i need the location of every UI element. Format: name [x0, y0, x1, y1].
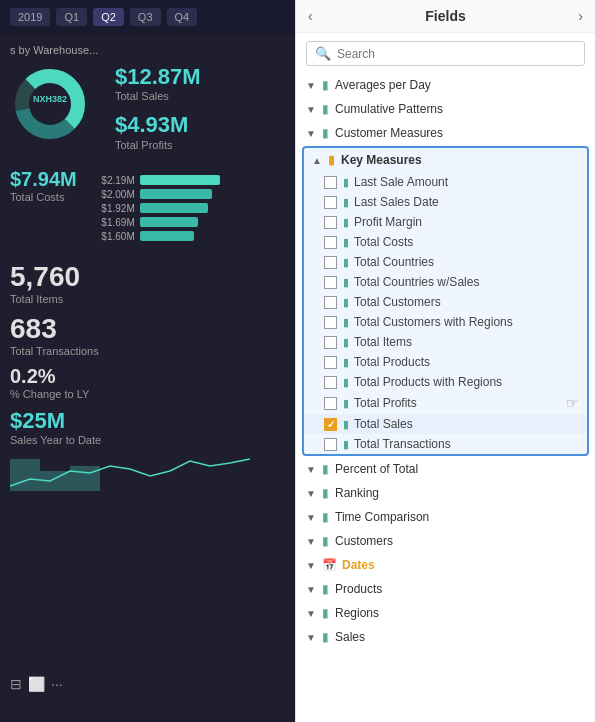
checkbox-total-sales[interactable]: ✓: [324, 418, 337, 431]
pct-change-kpi: 0.2% % Change to LY: [10, 365, 285, 400]
checkbox-total-customers-regions[interactable]: [324, 316, 337, 329]
checkbox-total-countries[interactable]: [324, 256, 337, 269]
checkbox-total-products-regions[interactable]: [324, 376, 337, 389]
field-label-total-items: Total Items: [354, 335, 412, 349]
group-customers-label: Customers: [335, 534, 393, 548]
total-profits-value: $4.93M: [115, 112, 285, 138]
search-input[interactable]: [337, 47, 576, 61]
field-total-profits[interactable]: ▮ Total Profits ☞: [304, 392, 587, 414]
bar-fill-0: [140, 175, 220, 185]
field-label-total-products: Total Products: [354, 355, 430, 369]
group-customer-label: Customer Measures: [335, 126, 443, 140]
checkbox-total-products[interactable]: [324, 356, 337, 369]
key-measures-group: ▲ ▮ Key Measures ▮ Last Sale Amount ▮ La…: [302, 146, 589, 456]
checkbox-total-customers[interactable]: [324, 296, 337, 309]
q2-button[interactable]: Q2: [93, 8, 124, 26]
checkbox-profit-margin[interactable]: [324, 216, 337, 229]
group-regions-header[interactable]: ▼ ▮ Regions: [296, 602, 595, 624]
field-total-customers[interactable]: ▮ Total Customers: [304, 292, 587, 312]
field-last-sale-amount[interactable]: ▮ Last Sale Amount: [304, 172, 587, 192]
group-customer-header[interactable]: ▼ ▮ Customer Measures: [296, 122, 595, 144]
left-panel: 2019 Q1 Q2 Q3 Q4 s by Warehouse... NXH38…: [0, 0, 295, 722]
pct-change-value: 0.2%: [10, 365, 285, 388]
field-label-total-products-regions: Total Products with Regions: [354, 375, 502, 389]
checkbox-total-costs[interactable]: [324, 236, 337, 249]
checkbox-last-sale-amount[interactable]: [324, 176, 337, 189]
field-type-icon-0: ▮: [343, 176, 349, 189]
group-time-comparison: ▼ ▮ Time Comparison: [296, 506, 595, 528]
more-icon[interactable]: ···: [51, 676, 63, 692]
group-sales-header[interactable]: ▼ ▮ Sales: [296, 626, 595, 648]
year-badge[interactable]: 2019: [10, 8, 50, 26]
total-sales-label: Total Sales: [115, 90, 285, 102]
toolbar-icons: ⊟ ⬜ ···: [10, 676, 63, 692]
field-total-costs[interactable]: ▮ Total Costs: [304, 232, 587, 252]
group-products-header[interactable]: ▼ ▮ Products: [296, 578, 595, 600]
group-products-label: Products: [335, 582, 382, 596]
group-time-comparison-header[interactable]: ▼ ▮ Time Comparison: [296, 506, 595, 528]
field-label-total-profits: Total Profits: [354, 396, 417, 410]
group-averages-header[interactable]: ▼ ▮ Averages per Day: [296, 74, 595, 96]
fields-header: ‹ Fields ›: [296, 0, 595, 33]
checkbox-total-items[interactable]: [324, 336, 337, 349]
field-label-last-sales-date: Last Sales Date: [354, 195, 439, 209]
field-label-last-sale-amount: Last Sale Amount: [354, 175, 448, 189]
nav-back-icon[interactable]: ‹: [308, 8, 313, 24]
field-label-profit-margin: Profit Margin: [354, 215, 422, 229]
expand-customer-icon: ▼: [306, 128, 318, 139]
checkbox-last-sales-date[interactable]: [324, 196, 337, 209]
sales-year-value: $25M: [10, 408, 285, 434]
sales-year-kpi: $25M Sales Year to Date: [10, 408, 285, 446]
key-measures-header[interactable]: ▲ ▮ Key Measures: [304, 148, 587, 172]
field-total-items[interactable]: ▮ Total Items: [304, 332, 587, 352]
group-cumulative-label: Cumulative Patterns: [335, 102, 443, 116]
bar-row-2: $1.92M: [87, 203, 220, 214]
field-total-sales[interactable]: ✓ ▮ Total Sales: [304, 414, 587, 434]
checkbox-total-transactions[interactable]: [324, 438, 337, 451]
bar-fill-1: [140, 189, 212, 199]
q4-button[interactable]: Q4: [167, 8, 198, 26]
filter-icon[interactable]: ⊟: [10, 676, 22, 692]
field-total-transactions[interactable]: ▮ Total Transactions: [304, 434, 587, 454]
q1-button[interactable]: Q1: [56, 8, 87, 26]
group-ranking-header[interactable]: ▼ ▮ Ranking: [296, 482, 595, 504]
group-customers-header[interactable]: ▼ ▮ Customers: [296, 530, 595, 552]
field-total-countries[interactable]: ▮ Total Countries: [304, 252, 587, 272]
field-profit-margin[interactable]: ▮ Profit Margin: [304, 212, 587, 232]
field-total-customers-regions[interactable]: ▮ Total Customers with Regions: [304, 312, 587, 332]
dates-icon: 📅: [322, 558, 337, 572]
top-bar: 2019 Q1 Q2 Q3 Q4: [0, 0, 295, 34]
field-type-icon-8: ▮: [343, 336, 349, 349]
field-last-sales-date[interactable]: ▮ Last Sales Date: [304, 192, 587, 212]
nav-forward-icon[interactable]: ›: [578, 8, 583, 24]
field-total-countries-sales[interactable]: ▮ Total Countries w/Sales: [304, 272, 587, 292]
field-label-total-customers: Total Customers: [354, 295, 441, 309]
items-kpi: 5,760 Total Items: [10, 261, 285, 305]
field-total-products-regions[interactable]: ▮ Total Products with Regions: [304, 372, 587, 392]
costs-kpi: $7.94M Total Costs: [10, 167, 77, 253]
checkbox-total-countries-sales[interactable]: [324, 276, 337, 289]
expand-icon[interactable]: ⬜: [28, 676, 45, 692]
bar-label-2: $1.92M: [87, 203, 135, 214]
checkbox-check-icon: ✓: [327, 419, 335, 430]
field-type-icon-4: ▮: [343, 256, 349, 269]
fields-title: Fields: [425, 8, 465, 24]
search-icon: 🔍: [315, 46, 331, 61]
group-dates-label: Dates: [342, 558, 375, 572]
field-type-icon-7: ▮: [343, 316, 349, 329]
field-label-total-costs: Total Costs: [354, 235, 413, 249]
group-ranking-label: Ranking: [335, 486, 379, 500]
q3-button[interactable]: Q3: [130, 8, 161, 26]
group-sales-label: Sales: [335, 630, 365, 644]
total-sales-value: $12.87M: [115, 64, 285, 90]
expand-time-icon: ▼: [306, 512, 318, 523]
group-dates-header[interactable]: ▼ 📅 Dates: [296, 554, 595, 576]
checkbox-total-profits[interactable]: [324, 397, 337, 410]
total-items-value: 5,760: [10, 261, 285, 293]
group-percent-total-header[interactable]: ▼ ▮ Percent of Total: [296, 458, 595, 480]
fields-panel: ‹ Fields › 🔍 ▼ ▮ Averages per Day ▼ ▮ Cu…: [295, 0, 595, 722]
group-cumulative-header[interactable]: ▼ ▮ Cumulative Patterns: [296, 98, 595, 120]
table-icon-products: ▮: [322, 582, 329, 596]
field-total-products[interactable]: ▮ Total Products: [304, 352, 587, 372]
table-icon-ranking: ▮: [322, 486, 329, 500]
